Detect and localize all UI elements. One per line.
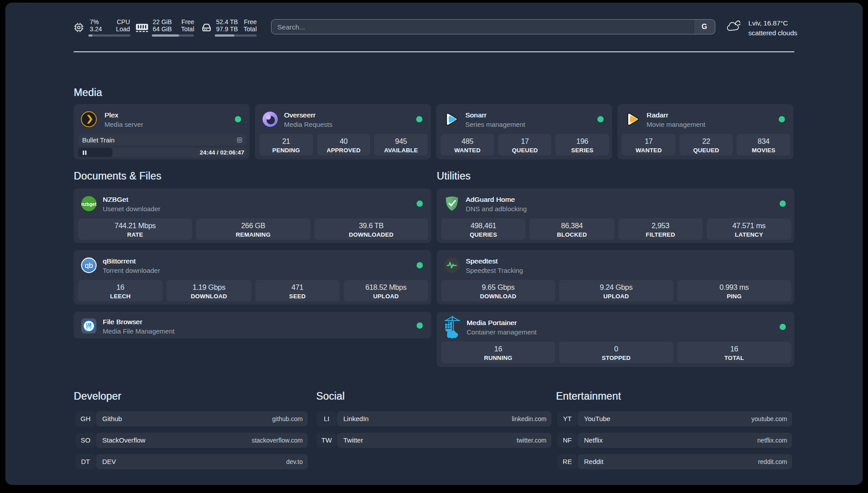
svg-text:qb: qb (85, 261, 93, 269)
svg-text:nzbget: nzbget (81, 201, 96, 207)
